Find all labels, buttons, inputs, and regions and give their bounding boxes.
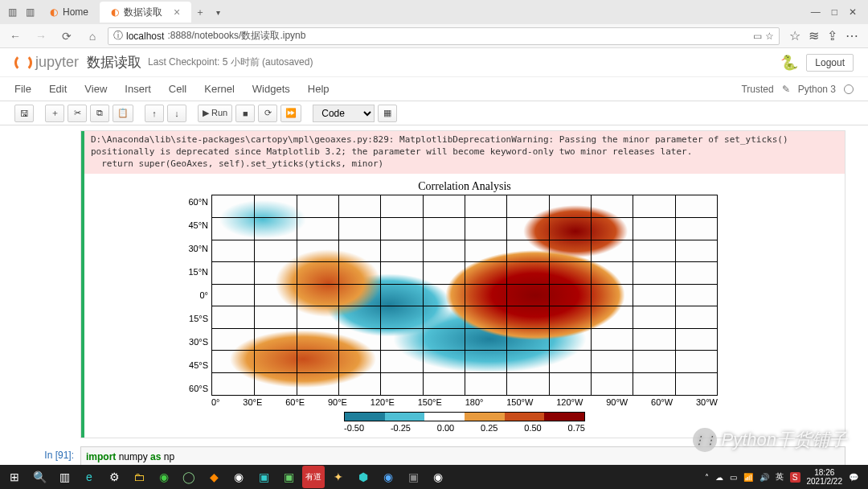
warning-output: D:\Anaconda\lib\site-packages\cartopy\mp… (81, 131, 845, 174)
battery-icon[interactable]: ▭ (730, 473, 737, 482)
more-icon[interactable]: ⋯ (845, 28, 858, 43)
sublime-icon[interactable]: ◆ (203, 466, 225, 488)
kernel-status-icon (844, 84, 854, 94)
edge-icon[interactable]: e (78, 466, 100, 488)
anaconda-icon[interactable]: ◯ (178, 466, 200, 488)
xtick-label: 30°E (243, 397, 262, 407)
start-button[interactable]: ⊞ (3, 466, 26, 488)
wifi-icon[interactable]: 📶 (743, 473, 753, 482)
clock[interactable]: 18:26 2021/2/22 (807, 468, 843, 486)
app-icon[interactable]: ◉ (377, 466, 399, 488)
cut-button[interactable]: ✂ (68, 105, 87, 122)
browser-icon[interactable]: ▣ (252, 466, 275, 488)
move-down-button[interactable]: ↓ (167, 105, 186, 122)
favorites-icon[interactable]: ☆ (789, 28, 800, 43)
tab-menu-icon[interactable]: ▾ (211, 6, 224, 18)
xtick-label: 150°E (418, 397, 442, 407)
move-up-button[interactable]: ↑ (145, 105, 164, 122)
menu-kernel[interactable]: Kernel (204, 83, 235, 95)
copy-button[interactable]: ⧉ (90, 105, 109, 122)
logout-button[interactable]: Logout (806, 54, 854, 72)
command-palette-button[interactable]: ▦ (378, 105, 397, 122)
stop-button[interactable]: ■ (235, 105, 255, 122)
info-icon[interactable]: ⓘ (113, 29, 123, 43)
settings-icon[interactable]: ⚙ (103, 466, 125, 488)
wechat-icon: ⋮⋮ (693, 428, 717, 452)
tab-notebook[interactable]: ◐ 数据读取 × (100, 2, 191, 23)
restart-run-all-button[interactable]: ⏩ (280, 105, 301, 122)
jupyter-icon (14, 54, 32, 72)
toolbar: 🖫 ＋ ✂ ⧉ 📋 ↑ ↓ ▶ Run ■ ⟳ ⏩ Code ▦ (0, 101, 868, 125)
maximize-icon[interactable]: □ (832, 6, 837, 18)
trusted-label[interactable]: Trusted (741, 84, 773, 95)
reader-icon[interactable]: ▭ (753, 31, 762, 42)
menu-view[interactable]: View (84, 83, 107, 95)
address-bar: ← → ⟳ ⌂ ⓘ localhost:8888/notebooks/数据读取.… (0, 24, 868, 48)
add-cell-button[interactable]: ＋ (45, 105, 64, 122)
menu-help[interactable]: Help (308, 83, 330, 95)
sound-icon[interactable]: 🔊 (760, 473, 769, 482)
share-icon[interactable]: ⇪ (827, 28, 837, 43)
map-axes (211, 195, 718, 396)
tab-home[interactable]: ◐ Home (39, 2, 100, 23)
app-icon[interactable]: ⬢ (352, 466, 375, 488)
colorbar-tick: 0.50 (524, 423, 541, 433)
new-tab-button[interactable]: ＋ (194, 6, 207, 18)
watermark: ⋮⋮ Python干货铺子 (693, 428, 848, 452)
forward-button[interactable]: → (31, 26, 51, 47)
xtick-label: 0° (211, 397, 220, 407)
jupyter-notebook: jupyter 数据读取 Last Checkpoint: 5 小时前 (aut… (0, 48, 868, 489)
ytick-label: 0° (178, 290, 208, 300)
star-icon[interactable]: ☆ (765, 31, 774, 42)
kernel-name[interactable]: Python 3 (798, 84, 836, 95)
cell-type-select[interactable]: Code (313, 105, 375, 122)
close-tab-icon[interactable]: × (174, 6, 180, 18)
cloud-icon[interactable]: ☁ (715, 473, 723, 482)
taskview-icon[interactable]: ▥ (53, 466, 76, 488)
back-button[interactable]: ← (5, 26, 26, 47)
url-path: :8888/notebooks/数据读取.ipynb (167, 29, 305, 43)
edit-pencil-icon[interactable]: ✎ (782, 84, 790, 95)
xtick-label: 90°E (328, 397, 347, 407)
reading-list-icon[interactable]: ≋ (809, 28, 819, 43)
colorbar-tick: -0.25 (391, 423, 411, 433)
menu-edit[interactable]: Edit (49, 83, 67, 95)
notification-icon[interactable]: 💬 (849, 473, 858, 482)
chrome-active-icon[interactable]: ◉ (427, 466, 449, 488)
colorbar-tick: 0.75 (568, 423, 585, 433)
chrome-icon[interactable]: ◉ (227, 466, 250, 488)
menu-widgets[interactable]: Widgets (252, 83, 290, 95)
home-button[interactable]: ⌂ (82, 26, 103, 47)
explorer-icon[interactable]: 🗀 (128, 466, 150, 488)
url-input[interactable]: ⓘ localhost:8888/notebooks/数据读取.ipynb ▭ … (108, 27, 780, 45)
jupyter-logo[interactable]: jupyter (14, 54, 79, 72)
colorbar-tick: -0.50 (344, 423, 364, 433)
wechat-icon[interactable]: ◉ (153, 466, 175, 488)
url-host: localhost (126, 31, 164, 42)
app-icon[interactable]: ✦ (327, 466, 350, 488)
tray-app-icon[interactable]: S (790, 472, 800, 483)
paste-button[interactable]: 📋 (113, 105, 133, 122)
ytick-label: 60°S (178, 384, 208, 393)
run-button[interactable]: ▶ Run (198, 105, 232, 122)
system-tray[interactable]: ˄ ☁ ▭ 📶 🔊 英 S 18:26 2021/2/22 💬 (705, 468, 865, 486)
ime-indicator[interactable]: 英 (776, 471, 784, 483)
app-icon[interactable]: 有道 (302, 466, 325, 488)
save-button[interactable]: 🖫 (14, 105, 34, 122)
restart-button[interactable]: ⟳ (258, 105, 277, 122)
menu-cell[interactable]: Cell (169, 83, 186, 95)
xtick-label: 120°W (556, 397, 583, 407)
menu-file[interactable]: File (14, 83, 31, 95)
search-icon[interactable]: 🔍 (28, 466, 51, 488)
pycharm-icon[interactable]: ▣ (277, 466, 300, 488)
notebook-title[interactable]: 数据读取 (87, 53, 141, 72)
ytick-label: 30°S (178, 337, 208, 347)
app-icon[interactable]: ▣ (402, 466, 424, 488)
xtick-label: 60°W (651, 397, 673, 407)
minimize-icon[interactable]: — (811, 6, 821, 18)
jupyter-logotext: jupyter (35, 54, 79, 71)
refresh-button[interactable]: ⟳ (56, 26, 77, 47)
close-window-icon[interactable]: ✕ (849, 6, 857, 18)
tray-chevron-icon[interactable]: ˄ (705, 473, 709, 482)
menu-insert[interactable]: Insert (125, 83, 151, 95)
